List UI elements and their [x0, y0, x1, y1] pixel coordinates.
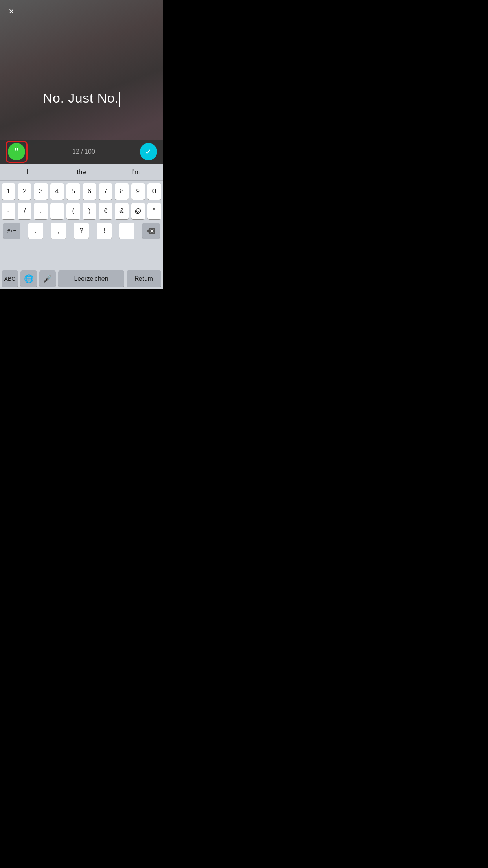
quote-icon: " [15, 147, 18, 156]
confirm-button[interactable]: ✓ [140, 143, 157, 160]
key-close-paren[interactable]: ) [83, 203, 96, 219]
globe-icon: 🌐 [24, 274, 34, 283]
key-exclamation[interactable]: ! [97, 223, 112, 239]
quote-button[interactable]: " [8, 143, 25, 160]
key-euro[interactable]: € [99, 203, 112, 219]
misc-row: #+= . , ? ! ' [2, 223, 161, 239]
key-5[interactable]: 5 [66, 183, 80, 200]
keyboard: I the I'm 1 2 3 4 5 6 7 8 9 0 - / : ; [0, 164, 163, 289]
key-0[interactable]: 0 [147, 183, 161, 200]
bottom-toolbar: " 12 / 100 ✓ [0, 140, 163, 164]
key-globe[interactable]: 🌐 [20, 270, 37, 287]
key-7[interactable]: 7 [99, 183, 112, 200]
key-ampersand[interactable]: & [115, 203, 128, 219]
text-cursor [119, 92, 120, 107]
key-6[interactable]: 6 [83, 183, 96, 200]
quote-button-wrapper: " [6, 141, 28, 163]
key-8[interactable]: 8 [115, 183, 128, 200]
char-count: 12 / 100 [72, 148, 95, 155]
number-row: 1 2 3 4 5 6 7 8 9 0 [2, 183, 161, 200]
key-9[interactable]: 9 [131, 183, 145, 200]
backspace-icon [147, 228, 155, 234]
key-dash[interactable]: - [2, 203, 15, 219]
symbol-row: - / : ; ( ) € & @ " [2, 203, 161, 219]
caption-text[interactable]: No. Just No. [43, 90, 120, 107]
key-colon[interactable]: : [34, 203, 48, 219]
key-apostrophe[interactable]: ' [119, 223, 134, 239]
checkmark-icon: ✓ [145, 147, 152, 156]
autocomplete-suggestion-i[interactable]: I [0, 164, 54, 180]
key-1[interactable]: 1 [2, 183, 15, 200]
key-4[interactable]: 4 [50, 183, 64, 200]
key-2[interactable]: 2 [18, 183, 31, 200]
key-at[interactable]: @ [131, 203, 145, 219]
bottom-row: ABC 🌐 🎤 Leerzeichen Return [0, 270, 163, 289]
key-question[interactable]: ? [74, 223, 89, 239]
key-period[interactable]: . [28, 223, 43, 239]
key-open-paren[interactable]: ( [66, 203, 80, 219]
autocomplete-bar: I the I'm [0, 164, 163, 181]
autocomplete-suggestion-im[interactable]: I'm [108, 164, 163, 180]
key-comma[interactable]: , [51, 223, 66, 239]
key-abc[interactable]: ABC [2, 270, 18, 287]
key-backspace[interactable] [142, 223, 160, 239]
key-rows: 1 2 3 4 5 6 7 8 9 0 - / : ; ( ) € & @ " … [0, 181, 163, 239]
mic-icon: 🎤 [43, 274, 52, 283]
key-semicolon[interactable]: ; [50, 203, 64, 219]
close-icon: × [9, 6, 14, 17]
key-space[interactable]: Leerzeichen [58, 270, 124, 287]
key-slash[interactable]: / [18, 203, 31, 219]
key-mic[interactable]: 🎤 [39, 270, 56, 287]
key-return[interactable]: Return [127, 270, 161, 287]
key-3[interactable]: 3 [34, 183, 48, 200]
autocomplete-suggestion-the[interactable]: the [54, 164, 108, 180]
key-quote[interactable]: " [147, 203, 161, 219]
close-button[interactable]: × [6, 6, 17, 17]
key-hashpluseq[interactable]: #+= [3, 223, 20, 239]
